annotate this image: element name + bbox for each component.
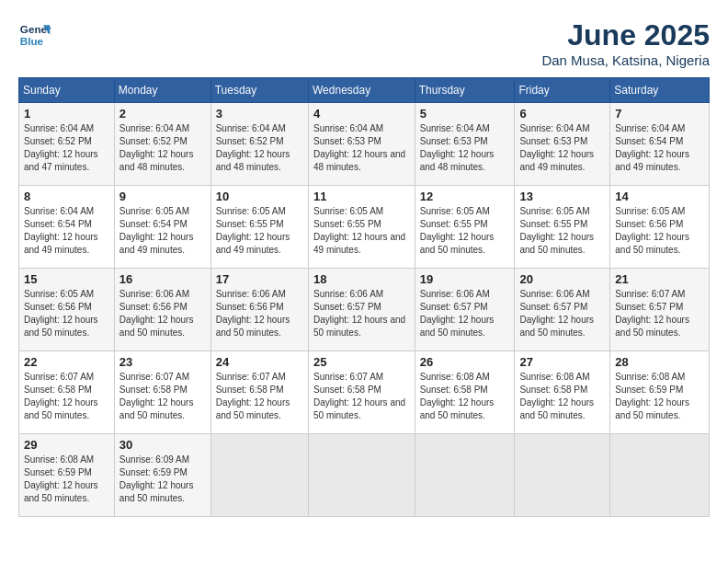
day-number: 26 xyxy=(420,355,510,369)
calendar-cell: 13 Sunrise: 6:05 AM Sunset: 6:55 PM Dayl… xyxy=(515,186,610,269)
logo: General Blue xyxy=(18,18,51,52)
calendar-cell xyxy=(309,434,415,517)
day-info: Sunrise: 6:05 AM Sunset: 6:56 PM Dayligh… xyxy=(24,288,109,339)
day-number: 10 xyxy=(216,190,303,203)
header-friday: Friday xyxy=(515,78,610,103)
day-info: Sunrise: 6:04 AM Sunset: 6:54 PM Dayligh… xyxy=(24,205,109,257)
calendar-cell: 16 Sunrise: 6:06 AM Sunset: 6:56 PM Dayl… xyxy=(114,269,210,351)
calendar-cell: 14 Sunrise: 6:05 AM Sunset: 6:56 PM Dayl… xyxy=(610,186,710,269)
calendar-cell: 27 Sunrise: 6:08 AM Sunset: 6:58 PM Dayl… xyxy=(515,351,610,434)
day-info: Sunrise: 6:09 AM Sunset: 6:59 PM Dayligh… xyxy=(119,454,206,505)
calendar-cell: 17 Sunrise: 6:06 AM Sunset: 6:56 PM Dayl… xyxy=(210,269,308,351)
day-info: Sunrise: 6:07 AM Sunset: 6:58 PM Dayligh… xyxy=(216,371,303,422)
day-number: 23 xyxy=(119,355,206,369)
day-info: Sunrise: 6:04 AM Sunset: 6:54 PM Dayligh… xyxy=(615,122,704,174)
calendar-cell: 3 Sunrise: 6:04 AM Sunset: 6:52 PM Dayli… xyxy=(210,103,308,186)
day-info: Sunrise: 6:05 AM Sunset: 6:56 PM Dayligh… xyxy=(615,205,704,257)
calendar-week-row: 29 Sunrise: 6:08 AM Sunset: 6:59 PM Dayl… xyxy=(19,434,710,517)
day-number: 13 xyxy=(519,190,605,203)
calendar-cell: 19 Sunrise: 6:06 AM Sunset: 6:57 PM Dayl… xyxy=(415,269,515,351)
header-tuesday: Tuesday xyxy=(210,78,308,103)
day-info: Sunrise: 6:04 AM Sunset: 6:53 PM Dayligh… xyxy=(313,122,410,174)
day-number: 24 xyxy=(216,355,303,369)
calendar-body: 1 Sunrise: 6:04 AM Sunset: 6:52 PM Dayli… xyxy=(19,103,710,517)
header-thursday: Thursday xyxy=(415,78,515,103)
day-number: 21 xyxy=(615,272,704,286)
calendar-cell: 9 Sunrise: 6:05 AM Sunset: 6:54 PM Dayli… xyxy=(114,186,210,269)
calendar-cell: 4 Sunrise: 6:04 AM Sunset: 6:53 PM Dayli… xyxy=(309,103,415,186)
day-number: 20 xyxy=(519,272,605,286)
day-info: Sunrise: 6:04 AM Sunset: 6:52 PM Dayligh… xyxy=(216,122,303,174)
day-info: Sunrise: 6:05 AM Sunset: 6:55 PM Dayligh… xyxy=(519,205,605,257)
day-info: Sunrise: 6:04 AM Sunset: 6:53 PM Dayligh… xyxy=(519,122,605,174)
month-year-title: June 2025 xyxy=(541,18,710,52)
day-number: 1 xyxy=(24,107,109,121)
day-info: Sunrise: 6:05 AM Sunset: 6:54 PM Dayligh… xyxy=(119,205,206,257)
calendar-cell xyxy=(610,434,710,517)
calendar-table: Sunday Monday Tuesday Wednesday Thursday… xyxy=(18,77,710,517)
location-subtitle: Dan Musa, Katsina, Nigeria xyxy=(541,52,710,68)
day-info: Sunrise: 6:04 AM Sunset: 6:53 PM Dayligh… xyxy=(420,122,510,174)
day-number: 27 xyxy=(519,355,605,369)
day-number: 30 xyxy=(119,438,206,452)
header-saturday: Saturday xyxy=(610,78,710,103)
day-info: Sunrise: 6:08 AM Sunset: 6:59 PM Dayligh… xyxy=(615,371,704,422)
day-number: 7 xyxy=(615,107,704,121)
calendar-cell: 7 Sunrise: 6:04 AM Sunset: 6:54 PM Dayli… xyxy=(610,103,710,186)
day-number: 8 xyxy=(24,190,109,203)
day-number: 29 xyxy=(24,438,109,452)
calendar-cell: 21 Sunrise: 6:07 AM Sunset: 6:57 PM Dayl… xyxy=(610,269,710,351)
day-info: Sunrise: 6:05 AM Sunset: 6:55 PM Dayligh… xyxy=(313,205,410,257)
calendar-cell: 23 Sunrise: 6:07 AM Sunset: 6:58 PM Dayl… xyxy=(114,351,210,434)
header-wednesday: Wednesday xyxy=(309,78,415,103)
day-number: 9 xyxy=(119,190,206,203)
calendar-cell: 30 Sunrise: 6:09 AM Sunset: 6:59 PM Dayl… xyxy=(114,434,210,517)
svg-text:Blue: Blue xyxy=(20,35,44,47)
day-info: Sunrise: 6:07 AM Sunset: 6:58 PM Dayligh… xyxy=(24,371,109,422)
calendar-cell: 2 Sunrise: 6:04 AM Sunset: 6:52 PM Dayli… xyxy=(114,103,210,186)
page-header: General Blue June 2025 Dan Musa, Katsina… xyxy=(18,18,710,68)
day-number: 11 xyxy=(313,190,410,203)
calendar-cell: 24 Sunrise: 6:07 AM Sunset: 6:58 PM Dayl… xyxy=(210,351,308,434)
day-number: 16 xyxy=(119,272,206,286)
calendar-cell: 8 Sunrise: 6:04 AM Sunset: 6:54 PM Dayli… xyxy=(19,186,115,269)
day-number: 18 xyxy=(313,272,410,286)
calendar-cell: 22 Sunrise: 6:07 AM Sunset: 6:58 PM Dayl… xyxy=(19,351,115,434)
header-monday: Monday xyxy=(114,78,210,103)
calendar-cell: 6 Sunrise: 6:04 AM Sunset: 6:53 PM Dayli… xyxy=(515,103,610,186)
day-info: Sunrise: 6:08 AM Sunset: 6:59 PM Dayligh… xyxy=(24,454,109,505)
logo-icon: General Blue xyxy=(18,18,51,52)
calendar-cell: 12 Sunrise: 6:05 AM Sunset: 6:55 PM Dayl… xyxy=(415,186,515,269)
day-info: Sunrise: 6:04 AM Sunset: 6:52 PM Dayligh… xyxy=(24,122,109,174)
day-number: 19 xyxy=(420,272,510,286)
day-number: 22 xyxy=(24,355,109,369)
calendar-cell: 26 Sunrise: 6:08 AM Sunset: 6:58 PM Dayl… xyxy=(415,351,515,434)
calendar-cell xyxy=(210,434,308,517)
calendar-cell: 29 Sunrise: 6:08 AM Sunset: 6:59 PM Dayl… xyxy=(19,434,115,517)
day-number: 15 xyxy=(24,272,109,286)
day-number: 17 xyxy=(216,272,303,286)
calendar-cell xyxy=(515,434,610,517)
day-info: Sunrise: 6:08 AM Sunset: 6:58 PM Dayligh… xyxy=(519,371,605,422)
calendar-week-row: 8 Sunrise: 6:04 AM Sunset: 6:54 PM Dayli… xyxy=(19,186,710,269)
day-info: Sunrise: 6:07 AM Sunset: 6:58 PM Dayligh… xyxy=(313,371,410,422)
day-info: Sunrise: 6:05 AM Sunset: 6:55 PM Dayligh… xyxy=(216,205,303,257)
calendar-cell: 18 Sunrise: 6:06 AM Sunset: 6:57 PM Dayl… xyxy=(309,269,415,351)
day-number: 3 xyxy=(216,107,303,121)
calendar-cell: 1 Sunrise: 6:04 AM Sunset: 6:52 PM Dayli… xyxy=(19,103,115,186)
day-info: Sunrise: 6:07 AM Sunset: 6:57 PM Dayligh… xyxy=(615,288,704,339)
weekday-header-row: Sunday Monday Tuesday Wednesday Thursday… xyxy=(19,78,710,103)
day-info: Sunrise: 6:04 AM Sunset: 6:52 PM Dayligh… xyxy=(119,122,206,174)
calendar-week-row: 15 Sunrise: 6:05 AM Sunset: 6:56 PM Dayl… xyxy=(19,269,710,351)
day-number: 12 xyxy=(420,190,510,203)
title-section: June 2025 Dan Musa, Katsina, Nigeria xyxy=(541,18,710,68)
calendar-cell: 28 Sunrise: 6:08 AM Sunset: 6:59 PM Dayl… xyxy=(610,351,710,434)
calendar-week-row: 22 Sunrise: 6:07 AM Sunset: 6:58 PM Dayl… xyxy=(19,351,710,434)
calendar-cell: 20 Sunrise: 6:06 AM Sunset: 6:57 PM Dayl… xyxy=(515,269,610,351)
calendar-cell xyxy=(415,434,515,517)
day-info: Sunrise: 6:07 AM Sunset: 6:58 PM Dayligh… xyxy=(119,371,206,422)
calendar-cell: 25 Sunrise: 6:07 AM Sunset: 6:58 PM Dayl… xyxy=(309,351,415,434)
calendar-cell: 11 Sunrise: 6:05 AM Sunset: 6:55 PM Dayl… xyxy=(309,186,415,269)
day-info: Sunrise: 6:06 AM Sunset: 6:56 PM Dayligh… xyxy=(216,288,303,339)
day-number: 14 xyxy=(615,190,704,203)
